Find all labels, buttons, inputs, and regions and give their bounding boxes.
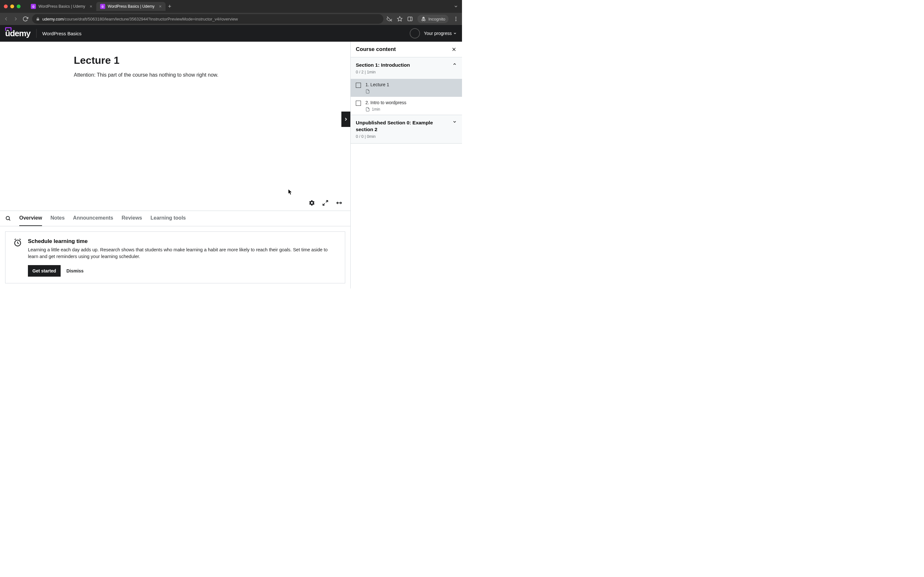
svg-point-9 xyxy=(456,20,457,21)
window-maximize-icon[interactable] xyxy=(17,5,21,8)
svg-point-4 xyxy=(422,19,423,21)
gear-icon[interactable] xyxy=(309,200,315,206)
expand-horizontal-icon[interactable] xyxy=(336,200,342,206)
close-sidebar-button[interactable] xyxy=(451,47,457,52)
lecture-body: Attention: This part of the course has n… xyxy=(74,72,351,78)
chevron-up-icon xyxy=(452,62,457,74)
your-progress-dropdown[interactable]: Your progress xyxy=(424,31,457,36)
main-area: Lecture 1 Attention: This part of the co… xyxy=(0,42,351,288)
lecture-view: Lecture 1 Attention: This part of the co… xyxy=(0,42,351,197)
alarm-clock-icon xyxy=(13,238,22,247)
browser-tab-0[interactable]: û WordPress Basics | Udemy × xyxy=(27,2,96,11)
svg-point-13 xyxy=(6,216,10,220)
window-chrome: û WordPress Basics | Udemy × û WordPress… xyxy=(0,0,462,13)
lecture-item-1[interactable]: 1. Lecture 1 xyxy=(351,79,462,97)
nav-back-icon[interactable] xyxy=(3,16,10,22)
section-2-header[interactable]: Unpublished Section 0: Example section 2… xyxy=(351,115,462,143)
tab-learning-tools[interactable]: Learning tools xyxy=(150,211,186,226)
chevron-right-icon xyxy=(343,117,349,122)
udemy-favicon-icon: û xyxy=(100,4,105,9)
chevron-down-icon xyxy=(452,119,457,139)
address-bar: udemy.com/course/draft/5063180/learn/lec… xyxy=(0,13,462,25)
nav-forward-icon[interactable] xyxy=(13,16,19,22)
svg-rect-2 xyxy=(408,17,412,21)
sidebar-title: Course content xyxy=(356,46,396,53)
url-bar[interactable]: udemy.com/course/draft/5063180/learn/lec… xyxy=(32,14,383,24)
lecture-name: 2. Intro to wordpress xyxy=(365,100,407,105)
section-1: Section 1: Introduction 0 / 2 | 1min 1. … xyxy=(351,57,462,115)
checkbox-icon[interactable] xyxy=(356,101,361,106)
incognito-label: Incognito xyxy=(428,17,445,21)
tab-close-icon[interactable]: × xyxy=(159,4,162,9)
svg-marker-1 xyxy=(397,17,402,21)
lecture-duration: 1min xyxy=(372,107,380,111)
progress-circle-icon[interactable] xyxy=(410,28,420,39)
browser-tabs: û WordPress Basics | Udemy × û WordPress… xyxy=(27,2,171,11)
chevron-down-icon[interactable] xyxy=(454,4,458,9)
schedule-card: Schedule learning time Learning a little… xyxy=(5,231,345,284)
document-icon xyxy=(365,107,370,111)
section-meta: 0 / 2 | 1min xyxy=(356,70,410,74)
tab-reviews[interactable]: Reviews xyxy=(121,211,142,226)
eye-off-icon[interactable] xyxy=(387,16,393,22)
address-bar-right: Incognito xyxy=(387,15,459,23)
fullscreen-icon[interactable] xyxy=(322,200,328,206)
course-title[interactable]: WordPress Basics xyxy=(42,31,81,36)
progress-label-text: Your progress xyxy=(424,31,452,36)
schedule-title: Schedule learning time xyxy=(28,238,337,245)
mouse-cursor-icon xyxy=(288,189,292,195)
tab-close-icon[interactable]: × xyxy=(90,4,92,9)
udemy-favicon-icon: û xyxy=(31,4,36,9)
tab-announcements[interactable]: Announcements xyxy=(73,211,113,226)
sidepanel-icon[interactable] xyxy=(407,16,413,22)
svg-point-8 xyxy=(456,19,457,19)
sidebar-header: Course content xyxy=(351,42,462,57)
schedule-body: Learning a little each day adds up. Rese… xyxy=(28,247,337,260)
tab-notes[interactable]: Notes xyxy=(50,211,65,226)
star-icon[interactable] xyxy=(397,16,403,22)
svg-line-16 xyxy=(15,239,16,239)
section-meta: 0 / 0 | 0min xyxy=(356,134,439,139)
browser-tab-title: WordPress Basics | Udemy xyxy=(108,4,155,9)
document-icon xyxy=(365,89,370,93)
traffic-lights xyxy=(4,5,21,8)
new-tab-button[interactable]: + xyxy=(168,3,172,10)
lecture-title: Lecture 1 xyxy=(74,55,351,66)
lecture-item-2[interactable]: 2. Intro to wordpress 1min xyxy=(351,97,462,115)
svg-line-17 xyxy=(19,239,21,239)
svg-line-14 xyxy=(9,219,10,221)
course-tabs: Overview Notes Announcements Reviews Lea… xyxy=(0,211,351,226)
get-started-button[interactable]: Get started xyxy=(28,265,61,277)
checkbox-icon[interactable] xyxy=(356,83,361,88)
search-icon[interactable] xyxy=(5,215,11,221)
reload-icon[interactable] xyxy=(23,16,29,22)
next-lecture-button[interactable] xyxy=(341,111,351,127)
browser-tab-title: WordPress Basics | Udemy xyxy=(39,4,86,9)
incognito-badge[interactable]: Incognito xyxy=(417,15,449,23)
divider xyxy=(36,29,37,38)
svg-point-7 xyxy=(456,17,457,18)
menu-dots-icon[interactable] xyxy=(453,16,459,22)
section-1-header[interactable]: Section 1: Introduction 0 / 2 | 1min xyxy=(351,57,462,79)
section-2: Unpublished Section 0: Example section 2… xyxy=(351,115,462,143)
course-content-sidebar: Course content Section 1: Introduction 0… xyxy=(351,42,462,288)
section-name: Section 1: Introduction xyxy=(356,62,410,69)
player-controls xyxy=(0,197,351,211)
lecture-name: 1. Lecture 1 xyxy=(365,82,389,87)
window-minimize-icon[interactable] xyxy=(10,5,14,8)
section-name: Unpublished Section 0: Example section 2 xyxy=(356,119,439,133)
browser-tab-1[interactable]: û WordPress Basics | Udemy × xyxy=(96,2,166,11)
svg-point-5 xyxy=(424,19,425,21)
udemy-header: ûdemy WordPress Basics Your progress xyxy=(0,25,462,42)
chevron-down-icon xyxy=(453,31,457,35)
lock-icon xyxy=(36,17,40,21)
dismiss-button[interactable]: Dismiss xyxy=(66,268,84,274)
tab-overview[interactable]: Overview xyxy=(19,211,42,226)
window-close-icon[interactable] xyxy=(4,5,8,8)
udemy-logo[interactable]: ûdemy xyxy=(5,29,31,39)
url-text: udemy.com/course/draft/5063180/learn/lec… xyxy=(42,17,238,21)
